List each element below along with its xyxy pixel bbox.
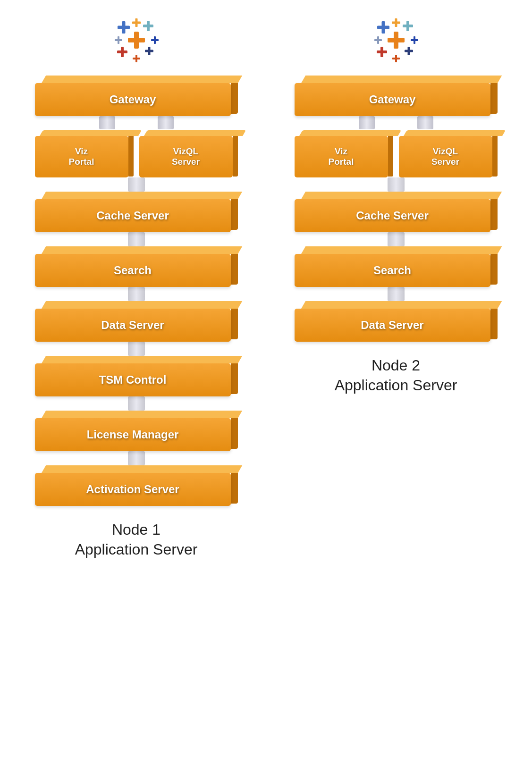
tsm-front-node1: TSM Control — [35, 363, 231, 396]
connector-cache-search-node1 — [128, 232, 145, 246]
vizportal-label-node1: Viz Portal — [69, 146, 94, 167]
licmgr-block-node1: License Manager — [35, 411, 238, 451]
dataserver-block-node1: Data Server — [35, 301, 238, 342]
svg-rect-33 — [411, 39, 418, 41]
gateway-label-node2: Gateway — [369, 93, 416, 106]
connector-data-tsm-node1 — [128, 342, 145, 356]
search-block-node1: Search — [35, 246, 238, 287]
svg-rect-9 — [145, 50, 153, 52]
search-front-node1: Search — [35, 254, 231, 287]
connector-search-data-node1 — [128, 287, 145, 301]
vizportal-label-node2: Viz Portal — [329, 146, 354, 167]
search-label-node2: Search — [373, 264, 411, 277]
svg-rect-27 — [405, 50, 413, 52]
licmgr-front-node1: License Manager — [35, 418, 231, 451]
tableau-logo-node2 — [370, 14, 422, 66]
connector-double-node1 — [35, 116, 238, 130]
svg-rect-31 — [374, 39, 382, 41]
vizportal-block-node2: Viz Portal — [295, 130, 393, 177]
dataserver-label-node2: Data Server — [361, 319, 423, 332]
search-label-node1: Search — [114, 264, 152, 277]
gateway-block-node1: Gateway — [35, 76, 238, 116]
actserver-label-node1: Activation Server — [86, 483, 179, 496]
search-block-node2: Search — [295, 246, 498, 287]
vizql-label-node1: VizQL Server — [172, 146, 200, 167]
tsm-label-node1: TSM Control — [99, 373, 167, 387]
search-front-node2: Search — [295, 254, 490, 287]
connector-cache-search-node2 — [388, 232, 405, 246]
svg-rect-19 — [388, 38, 405, 42]
cache-front-node2: Cache Server — [295, 199, 490, 232]
cache-label-node2: Cache Server — [356, 209, 428, 222]
connector-tsm-lic-node1 — [128, 396, 145, 411]
node1-label-line1: Node 1 — [112, 521, 160, 538]
actserver-front-node1: Activation Server — [35, 473, 231, 506]
dataserver-front-node2: Data Server — [295, 309, 490, 342]
connector-double-node2 — [295, 116, 498, 130]
cache-label-node1: Cache Server — [96, 209, 169, 222]
connector-search-data-node2 — [388, 287, 405, 301]
svg-rect-11 — [132, 22, 141, 24]
svg-rect-25 — [377, 50, 387, 53]
tableau-logo-node1 — [110, 14, 162, 66]
svg-rect-21 — [377, 26, 389, 29]
vizportal-block-node1: Viz Portal — [35, 130, 134, 177]
dataserver-front-node1: Data Server — [35, 309, 231, 342]
tsm-block-node1: TSM Control — [35, 356, 238, 396]
svg-rect-17 — [133, 58, 140, 59]
node2-column: Gateway Viz Portal VizQL Server — [280, 14, 512, 395]
gateway-label-node1: Gateway — [110, 93, 156, 106]
cache-block-node1: Cache Server — [35, 192, 238, 232]
vizql-label-node2: VizQL Server — [431, 146, 459, 167]
connector-lic-act-node1 — [128, 451, 145, 465]
licmgr-label-node1: License Manager — [87, 428, 179, 441]
node1-label: Node 1 Application Server — [75, 520, 198, 559]
gateway-front-node1: Gateway — [35, 83, 231, 116]
svg-rect-35 — [392, 58, 400, 59]
svg-rect-13 — [115, 39, 122, 41]
svg-rect-23 — [403, 25, 413, 27]
svg-rect-1 — [128, 38, 145, 42]
node2-label-line2: Application Server — [335, 377, 457, 394]
actserver-block-node1: Activation Server — [35, 465, 238, 506]
gateway-front-node2: Gateway — [295, 83, 490, 116]
vizql-block-node2: VizQL Server — [399, 130, 498, 177]
connector-after-split-node2 — [388, 177, 405, 192]
svg-rect-3 — [118, 26, 130, 29]
gateway-block-node2: Gateway — [295, 76, 498, 116]
node1-column: Gateway Viz Portal VizQL Serv — [21, 14, 252, 559]
node2-label-line1: Node 2 — [372, 357, 420, 374]
svg-rect-7 — [117, 50, 127, 53]
split-row-node2: Viz Portal VizQL Server — [295, 130, 498, 177]
dataserver-label-node1: Data Server — [101, 319, 164, 332]
dataserver-block-node2: Data Server — [295, 301, 498, 342]
cache-block-node2: Cache Server — [295, 192, 498, 232]
connector-after-vizportalvizql-node1 — [128, 177, 145, 192]
main-container: Gateway Viz Portal VizQL Serv — [9, 14, 523, 559]
vizql-block-node1: VizQL Server — [139, 130, 238, 177]
split-row-node1: Viz Portal VizQL Server — [35, 130, 238, 177]
node1-label-line2: Application Server — [75, 541, 198, 558]
svg-rect-5 — [143, 25, 153, 27]
cache-front-node1: Cache Server — [35, 199, 231, 232]
svg-rect-29 — [392, 22, 400, 24]
svg-rect-15 — [151, 39, 159, 41]
node2-label: Node 2 Application Server — [335, 356, 457, 395]
